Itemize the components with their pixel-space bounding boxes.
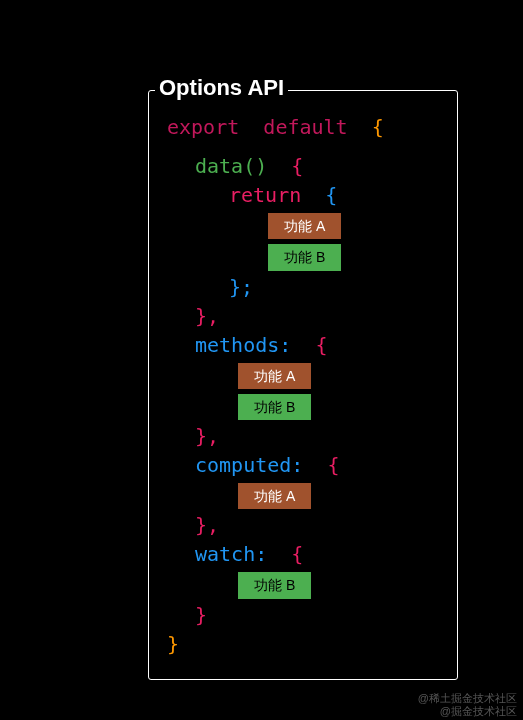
line-computed-close: }, [167,511,457,540]
watermark: @稀土掘金技术社区 @掘金技术社区 [418,692,517,718]
badge-feature-b: 功能 B [237,571,312,599]
line-data: data() { [167,152,457,181]
watch-badge-row-b: 功能 B [167,569,457,600]
badge-feature-b: 功能 B [267,243,342,271]
brace-close-return: } [229,275,241,299]
frame-title: Options API [155,75,288,101]
line-main-close: } [167,630,457,659]
methods-badge-row-b: 功能 B [167,391,457,422]
keyword-data: data [195,154,243,178]
brace-open-computed: { [327,453,339,477]
data-badge-row-b: 功能 B [167,241,457,272]
brace-close-computed: } [195,513,207,537]
options-api-frame: Options API export default { data() { re… [148,90,458,680]
keyword-return: return [229,183,301,207]
comma-methods: , [207,424,219,448]
keyword-watch: watch: [195,542,267,566]
comma-computed: , [207,513,219,537]
comma-data: , [207,304,219,328]
data-badge-row-a: 功能 A [167,210,457,241]
methods-badge-row-a: 功能 A [167,360,457,391]
keyword-computed: computed: [195,453,303,477]
line-computed: computed: { [167,451,457,480]
line-watch-close: } [167,601,457,630]
badge-feature-a: 功能 A [237,482,312,510]
brace-open-watch: { [291,542,303,566]
line-watch: watch: { [167,540,457,569]
watermark-line2: @掘金技术社区 [418,705,517,718]
badge-feature-a: 功能 A [237,362,312,390]
watermark-line1: @稀土掘金技术社区 [418,692,517,705]
semicolon: ; [241,275,253,299]
code-block: export default { data() { return { 功能 A … [149,91,457,659]
badge-feature-a: 功能 A [267,212,342,240]
brace-open-main: { [372,115,384,139]
brace-close-watch: } [195,603,207,627]
brace-close-data: } [195,304,207,328]
data-parens: () [243,154,267,178]
keyword-export: export [167,115,239,139]
brace-open-data: { [291,154,303,178]
computed-badge-row-a: 功能 A [167,480,457,511]
line-methods: methods: { [167,331,457,360]
keyword-methods: methods: [195,333,291,357]
brace-open-methods: { [315,333,327,357]
badge-feature-b: 功能 B [237,393,312,421]
line-return: return { [167,181,457,210]
brace-open-return: { [325,183,337,207]
line-methods-close: }, [167,422,457,451]
line-data-close: }, [167,302,457,331]
line-export: export default { [167,113,457,142]
line-return-close: }; [167,273,457,302]
brace-close-methods: } [195,424,207,448]
keyword-default: default [263,115,347,139]
brace-close-main: } [167,632,179,656]
